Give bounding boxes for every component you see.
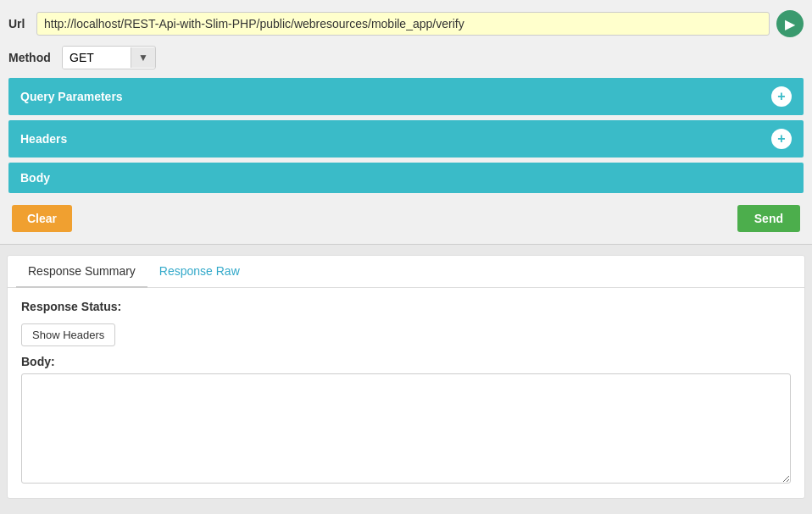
url-row: Url ▶: [8, 10, 804, 37]
query-parameters-add-button[interactable]: +: [771, 86, 792, 107]
action-row: Clear Send: [8, 198, 804, 235]
bottom-panel: Response Summary Response Raw Response S…: [7, 255, 805, 499]
url-go-button[interactable]: ▶: [776, 10, 804, 37]
url-input[interactable]: [36, 12, 770, 36]
response-body-textarea[interactable]: [21, 373, 791, 484]
body-section: Body: [8, 163, 804, 193]
headers-section: Headers +: [8, 120, 804, 158]
body-label: Body: [20, 171, 50, 185]
method-row: Method GET POST PUT DELETE PATCH ▼: [8, 46, 804, 69]
headers-label: Headers: [20, 132, 67, 146]
clear-button[interactable]: Clear: [12, 205, 72, 232]
response-status-label: Response Status:: [21, 300, 121, 313]
method-select-wrapper: GET POST PUT DELETE PATCH ▼: [62, 46, 156, 69]
tab-response-raw[interactable]: Response Raw: [147, 256, 252, 288]
tab-response-summary[interactable]: Response Summary: [16, 256, 147, 288]
response-status-row: Response Status:: [21, 300, 791, 313]
show-headers-button[interactable]: Show Headers: [21, 323, 115, 346]
method-select[interactable]: GET POST PUT DELETE PATCH: [63, 47, 131, 69]
tabs-row: Response Summary Response Raw: [8, 256, 804, 288]
go-icon: ▶: [785, 16, 795, 32]
response-body-label: Body:: [21, 355, 791, 368]
query-parameters-label: Query Parameters: [20, 90, 123, 103]
response-content: Response Status: Show Headers Body:: [8, 288, 804, 498]
headers-add-button[interactable]: +: [771, 129, 792, 149]
url-label: Url: [8, 17, 30, 30]
query-parameters-section: Query Parameters +: [8, 78, 804, 115]
method-label: Method: [8, 51, 55, 64]
top-panel: Url ▶ Method GET POST PUT DELETE PATCH ▼…: [0, 0, 812, 245]
method-dropdown-button[interactable]: ▼: [131, 47, 155, 68]
send-button[interactable]: Send: [737, 205, 800, 232]
